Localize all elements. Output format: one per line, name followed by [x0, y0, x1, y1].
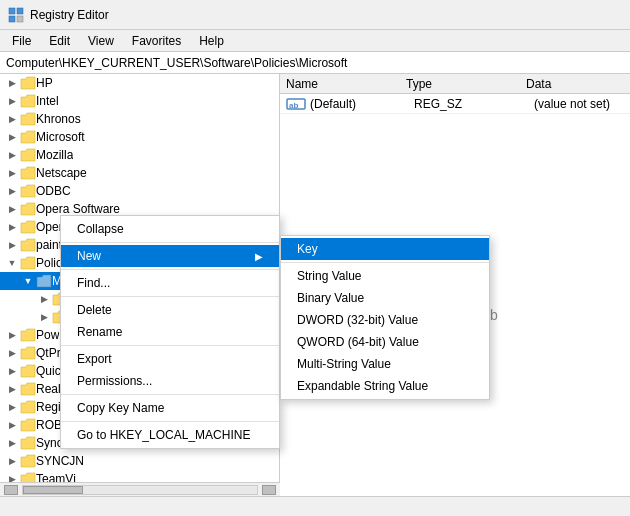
- menu-bar: File Edit View Favorites Help: [0, 30, 630, 52]
- submenu-key[interactable]: Key: [281, 238, 489, 260]
- tree-label-netscape: Netscape: [36, 166, 87, 180]
- expand-arrow-syncjn: ▶: [4, 453, 20, 469]
- folder-icon-operastable: [20, 220, 36, 234]
- ctx-separator-1: [61, 242, 279, 243]
- status-bar: [0, 496, 630, 516]
- submenu-qwordvalue[interactable]: QWORD (64-bit) Value: [281, 331, 489, 353]
- expand-arrow-registe: ▶: [4, 399, 20, 415]
- expand-arrow-realtek: ▶: [4, 381, 20, 397]
- folder-icon-netscape: [20, 166, 36, 180]
- expand-arrow-operastable: ▶: [4, 219, 20, 235]
- expand-arrow-syncem: ▶: [4, 435, 20, 451]
- tree-item-odbc[interactable]: ▶ ODBC: [0, 182, 279, 200]
- folder-icon-realtek: [20, 382, 36, 396]
- ctx-new-arrow: ▶: [255, 251, 263, 262]
- ab-icon: ab: [286, 97, 306, 111]
- scroll-left-button[interactable]: [4, 485, 18, 495]
- folder-icon-syncjn: [20, 454, 36, 468]
- scroll-thumb[interactable]: [23, 486, 83, 494]
- submenu-dwordvalue[interactable]: DWORD (32-bit) Value: [281, 309, 489, 331]
- menu-edit[interactable]: Edit: [41, 32, 78, 50]
- tree-label-pow: Pow: [36, 328, 59, 342]
- svg-rect-2: [9, 16, 15, 22]
- ctx-separator-6: [61, 421, 279, 422]
- folder-icon-hp: [20, 76, 36, 90]
- folder-icon-microsoft2: [36, 274, 52, 288]
- tree-label-microsoft: Microsoft: [36, 130, 85, 144]
- right-row-default[interactable]: ab (Default) REG_SZ (value not set): [280, 94, 630, 114]
- submenu-stringvalue[interactable]: String Value: [281, 265, 489, 287]
- ctx-separator-5: [61, 394, 279, 395]
- folder-icon-syncem: [20, 436, 36, 450]
- folder-icon-microsoft: [20, 130, 36, 144]
- ctx-permissions[interactable]: Permissions...: [61, 370, 279, 392]
- registry-editor-icon: [8, 7, 24, 23]
- menu-help[interactable]: Help: [191, 32, 232, 50]
- col-header-type: Type: [406, 77, 526, 91]
- scroll-right-button[interactable]: [262, 485, 276, 495]
- ctx-find[interactable]: Find...: [61, 272, 279, 294]
- expand-arrow-s: ▶: [36, 291, 52, 307]
- folder-icon-qtproj: [20, 346, 36, 360]
- tree-label-hp: HP: [36, 76, 53, 90]
- address-bar: Computer\HKEY_CURRENT_USER\Software\Poli…: [0, 52, 630, 74]
- tree-item-mozilla[interactable]: ▶ Mozilla: [0, 146, 279, 164]
- tree-item-netscape[interactable]: ▶ Netscape: [0, 164, 279, 182]
- folder-icon-pow: [20, 328, 36, 342]
- submenu-separator-1: [281, 262, 489, 263]
- tree-item-hp[interactable]: ▶ HP: [0, 74, 279, 92]
- menu-favorites[interactable]: Favorites: [124, 32, 189, 50]
- tree-label-intel: Intel: [36, 94, 59, 108]
- tree-label-mozilla: Mozilla: [36, 148, 73, 162]
- scrollbar-area: [0, 482, 280, 496]
- ctx-delete[interactable]: Delete: [61, 299, 279, 321]
- expand-arrow-microsoft: ▶: [4, 129, 20, 145]
- folder-icon-policies: [20, 256, 36, 270]
- submenu-expandablestringvalue[interactable]: Expandable String Value: [281, 375, 489, 397]
- submenu-multistringvalue[interactable]: Multi-String Value: [281, 353, 489, 375]
- ctx-collapse[interactable]: Collapse: [61, 218, 279, 240]
- folder-icon-odbc: [20, 184, 36, 198]
- svg-text:ab: ab: [289, 101, 298, 110]
- ctx-separator-2: [61, 269, 279, 270]
- expand-arrow-policies: ▼: [4, 255, 20, 271]
- ctx-gotohklm[interactable]: Go to HKEY_LOCAL_MACHINE: [61, 424, 279, 446]
- ctx-new[interactable]: New ▶: [61, 245, 279, 267]
- expand-arrow-pow: ▶: [4, 327, 20, 343]
- expand-arrow-w: ▶: [36, 309, 52, 325]
- title-bar: Registry Editor: [0, 0, 630, 30]
- folder-icon-khronos: [20, 112, 36, 126]
- folder-icon-quickr: [20, 364, 36, 378]
- expand-arrow-paintnet: ▶: [4, 237, 20, 253]
- tree-item-microsoft[interactable]: ▶ Microsoft: [0, 128, 279, 146]
- tree-item-khronos[interactable]: ▶ Khronos: [0, 110, 279, 128]
- menu-file[interactable]: File: [4, 32, 39, 50]
- row-default-name: (Default): [310, 97, 414, 111]
- col-header-data: Data: [526, 77, 624, 91]
- scroll-track[interactable]: [22, 485, 258, 495]
- svg-rect-3: [17, 16, 23, 22]
- folder-icon-mozilla: [20, 148, 36, 162]
- expand-arrow-opera: ▶: [4, 201, 20, 217]
- menu-view[interactable]: View: [80, 32, 122, 50]
- submenu-binaryvalue[interactable]: Binary Value: [281, 287, 489, 309]
- col-header-name: Name: [286, 77, 406, 91]
- title-bar-text: Registry Editor: [30, 8, 109, 22]
- expand-arrow-microsoft2: ▼: [20, 273, 36, 289]
- expand-arrow-netscape: ▶: [4, 165, 20, 181]
- tree-label-syncjn: SYNCJN: [36, 454, 84, 468]
- ctx-separator-4: [61, 345, 279, 346]
- ctx-rename[interactable]: Rename: [61, 321, 279, 343]
- tree-item-syncjn[interactable]: ▶ SYNCJN: [0, 452, 279, 470]
- ctx-export[interactable]: Export: [61, 348, 279, 370]
- expand-arrow-odbc: ▶: [4, 183, 20, 199]
- ctx-copykeyname[interactable]: Copy Key Name: [61, 397, 279, 419]
- context-menu: Collapse New ▶ Find... Delete Rename Exp…: [60, 215, 280, 449]
- ctx-separator-3: [61, 296, 279, 297]
- row-default-data: (value not set): [534, 97, 610, 111]
- folder-icon-opera: [20, 202, 36, 216]
- tree-label-opera: Opera Software: [36, 202, 120, 216]
- expand-arrow-intel: ▶: [4, 93, 20, 109]
- expand-arrow-khronos: ▶: [4, 111, 20, 127]
- tree-item-intel[interactable]: ▶ Intel: [0, 92, 279, 110]
